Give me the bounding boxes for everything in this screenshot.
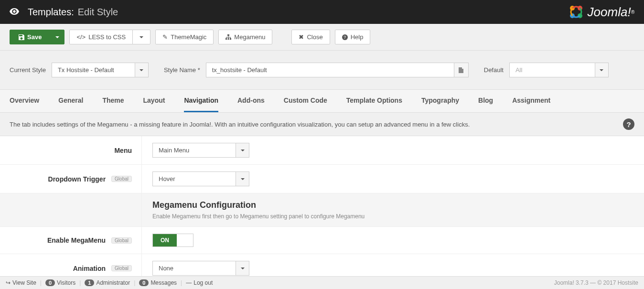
less-to-css-label: LESS to CSS: [88, 33, 126, 41]
code-icon: </>: [76, 33, 86, 41]
tab-blog[interactable]: Blog: [478, 90, 493, 112]
tab-layout[interactable]: Layout: [143, 90, 165, 112]
menu-label: Menu: [114, 147, 132, 154]
current-style-select[interactable]: Tx Hostsite - Default: [52, 63, 149, 77]
dropdown-trigger-value: Hover: [152, 171, 236, 186]
setting-enable-megamenu-label-col: Enable MegaMenu Global: [0, 227, 141, 254]
dropdown-trigger-select[interactable]: Hover: [152, 171, 249, 186]
help-circle-button[interactable]: ?: [623, 118, 634, 130]
eye-icon: [10, 7, 19, 17]
save-button-group: Save: [10, 30, 64, 44]
copyright-text: © 2017 Hostsite: [597, 279, 638, 286]
megamenu-label: Megamenu: [234, 33, 265, 41]
caret-down-icon: [241, 178, 245, 180]
close-button[interactable]: ✖ Close: [291, 30, 330, 44]
enable-megamenu-toggle[interactable]: ON: [152, 234, 193, 247]
tab-assignment[interactable]: Assignment: [512, 90, 550, 112]
default-select[interactable]: All: [509, 63, 609, 77]
less-to-css-button[interactable]: </> LESS to CSS: [69, 30, 133, 44]
setting-dropdown-trigger-ctrl-col: Hover: [141, 165, 644, 193]
style-name-input[interactable]: [206, 63, 454, 77]
setting-menu-row: Menu Main Menu: [0, 136, 644, 165]
footer-right: Joomla! 3.7.3 — © 2017 Hostsite: [554, 279, 638, 286]
sitemap-icon: [225, 34, 231, 40]
enable-megamenu-label: Enable MegaMenu: [47, 236, 106, 244]
menu-select[interactable]: Main Menu: [152, 143, 249, 158]
menu-value: Main Menu: [152, 143, 236, 158]
view-site-link[interactable]: ↪ View Site: [6, 279, 36, 286]
tab-general[interactable]: General: [58, 90, 83, 112]
svg-rect-7: [230, 38, 231, 40]
caret-down-icon: [55, 36, 59, 38]
view-site-label: View Site: [12, 279, 36, 286]
section-header-row: Megamenu Configuration Enable Megamenu f…: [0, 193, 644, 227]
thememagic-button[interactable]: ✎ ThemeMagic: [155, 30, 214, 44]
brand-text: Joomla!: [588, 5, 631, 20]
page-subtitle: Edit Style: [78, 7, 118, 18]
style-name-reset-button[interactable]: [454, 63, 469, 77]
separator: |: [40, 279, 42, 286]
setting-dropdown-trigger-label-col: Dropdown Trigger Global: [0, 165, 141, 193]
save-icon: [19, 34, 24, 40]
dropdown-trigger-label: Dropdown Trigger: [48, 175, 106, 183]
caret-down-icon: [140, 69, 143, 71]
current-style-value: Tx Hostsite - Default: [52, 63, 135, 77]
separator: |: [181, 279, 182, 286]
section-title: Megamenu Configuration: [152, 200, 633, 210]
default-label: Default: [484, 66, 504, 74]
tab-navigation[interactable]: Navigation: [184, 90, 218, 112]
header-bar: Templates: Edit Style Joomla!®: [0, 0, 644, 24]
tab-overview[interactable]: Overview: [10, 90, 39, 112]
caret-down-icon: [241, 150, 245, 151]
animation-label: Animation: [73, 265, 106, 272]
help-button[interactable]: ? Help: [335, 30, 371, 44]
setting-menu-ctrl-col: Main Menu: [141, 136, 644, 164]
default-caret[interactable]: [595, 63, 609, 77]
less-dropdown-button[interactable]: [132, 30, 150, 44]
tab-addons[interactable]: Add-ons: [237, 90, 265, 112]
toolbar: Save </> LESS to CSS ✎ ThemeMagic Megame…: [0, 24, 644, 51]
setting-enable-megamenu-ctrl-col: ON: [141, 227, 644, 254]
admin-count: 1: [85, 279, 94, 286]
save-label: Save: [27, 33, 42, 41]
section-subtitle: Enable Megamenu first then go to Megamen…: [152, 213, 633, 220]
joomla-icon: [568, 3, 585, 21]
dropdown-trigger-caret[interactable]: [236, 171, 249, 186]
default-value: All: [509, 63, 595, 77]
settings-panel: Menu Main Menu Dropdown Trigger Global H…: [0, 136, 644, 282]
registered-mark: ®: [631, 10, 634, 15]
style-name-input-wrap: [206, 63, 469, 77]
separator: |: [79, 279, 81, 286]
visitors-link[interactable]: 0 Visitors: [45, 279, 75, 286]
tab-theme[interactable]: Theme: [102, 90, 124, 112]
animation-caret[interactable]: [236, 261, 249, 276]
thememagic-label: ThemeMagic: [171, 33, 206, 41]
separator: |: [134, 279, 135, 286]
animation-value: None: [152, 261, 236, 276]
setting-dropdown-trigger-row: Dropdown Trigger Global Hover: [0, 165, 644, 193]
current-style-label: Current Style: [10, 66, 46, 74]
megamenu-button[interactable]: Megamenu: [218, 30, 272, 44]
animation-select[interactable]: None: [152, 261, 249, 276]
admin-link[interactable]: 1 Administrator: [85, 279, 130, 286]
page-title: Templates:: [28, 7, 74, 18]
svg-rect-6: [228, 38, 229, 40]
save-dropdown-button[interactable]: [50, 30, 64, 44]
setting-menu-label-col: Menu: [0, 136, 141, 164]
admin-label: Administrator: [96, 279, 130, 286]
tab-custom-code[interactable]: Custom Code: [284, 90, 327, 112]
save-button[interactable]: Save: [10, 30, 51, 44]
wand-icon: ✎: [162, 33, 168, 41]
tab-typography[interactable]: Typography: [421, 90, 459, 112]
tab-template-options[interactable]: Template Options: [346, 90, 402, 112]
messages-link[interactable]: 0 Messages: [139, 279, 177, 286]
caret-down-icon: [140, 36, 143, 38]
svg-rect-5: [225, 38, 227, 40]
external-link-icon: ↪: [6, 279, 11, 286]
less-button-group: </> LESS to CSS: [69, 30, 150, 44]
svg-rect-4: [227, 34, 229, 36]
current-style-caret[interactable]: [135, 63, 149, 77]
menu-caret[interactable]: [236, 143, 249, 158]
logout-link[interactable]: — Log out: [186, 279, 213, 286]
visitors-count: 0: [45, 279, 55, 286]
